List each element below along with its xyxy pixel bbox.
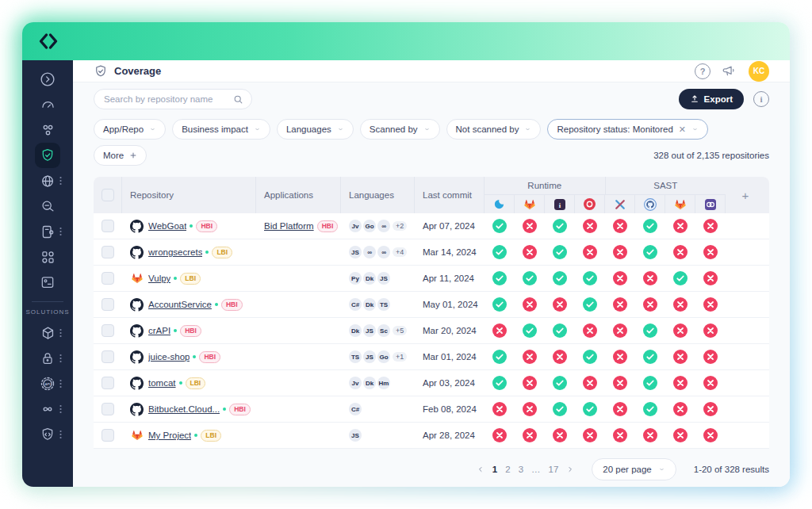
repository-link[interactable]: My Project (148, 431, 191, 440)
avatar[interactable]: KC (749, 61, 769, 82)
sidebar-item-internet-exposure[interactable] (32, 168, 63, 193)
repository-link[interactable]: tomcat (148, 378, 176, 388)
sidebar-item-sbom[interactable] (32, 320, 63, 346)
add-column-button[interactable]: + (726, 177, 765, 213)
page-number-17[interactable]: 17 (549, 465, 559, 474)
not-scanned-cross-icon (703, 428, 718, 442)
impact-badge: HBI (196, 220, 217, 232)
language-chip: JS (363, 350, 376, 363)
last-commit-date: Mar 14, 2024 (423, 247, 477, 257)
row-checkbox[interactable] (102, 350, 114, 363)
filter-pill-6[interactable]: Repository status: Monitored✕ (547, 119, 708, 140)
application-link[interactable]: Bid Platform (264, 221, 314, 231)
repository-link[interactable]: Bitbucket.Cloud... (148, 404, 220, 414)
magnifier-icon (40, 198, 56, 215)
chevron-down-icon (658, 467, 665, 472)
not-scanned-cross-icon (523, 402, 537, 416)
not-scanned-cross-icon (673, 323, 688, 338)
language-chip: Py (349, 272, 362, 285)
row-checkbox[interactable] (102, 246, 114, 258)
sidebar-item-console[interactable] (32, 270, 63, 295)
sidebar-item-cicd[interactable] (32, 396, 63, 422)
filter-pill-5[interactable]: Not scanned by (446, 119, 542, 140)
sidebar-expand-button[interactable] (32, 67, 63, 92)
row-checkbox[interactable] (102, 324, 114, 337)
sidebar-item-inspect[interactable] (32, 193, 63, 219)
more-filters-button[interactable]: More (94, 145, 147, 166)
language-chip: Go (377, 350, 390, 363)
sidebar-item-integrations[interactable] (32, 244, 63, 270)
components-icon (40, 249, 56, 266)
row-checkbox[interactable] (102, 220, 114, 232)
scanned-check-icon (492, 271, 507, 285)
not-scanned-cross-icon (703, 245, 718, 259)
scanned-check-icon (523, 323, 537, 338)
prev-page-button[interactable] (477, 465, 485, 473)
sidebar-item-inventory[interactable] (32, 117, 63, 143)
row-checkbox[interactable] (102, 429, 114, 442)
row-checkbox[interactable] (102, 377, 114, 389)
sidebar-item-dashboard[interactable] (32, 92, 63, 117)
sidebar-item-api-security[interactable]: API (32, 371, 63, 396)
impact-badge: LBI (201, 430, 221, 442)
next-page-button[interactable] (566, 465, 574, 473)
top-brand-bar (22, 22, 790, 60)
not-scanned-cross-icon (703, 402, 718, 416)
repository-link[interactable]: Vulpy (148, 274, 170, 283)
row-checkbox[interactable] (102, 403, 114, 415)
repository-link[interactable]: wrongsecrets (148, 247, 202, 257)
filter-pill-4[interactable]: Scanned by (360, 119, 440, 140)
github-icon (130, 403, 144, 416)
table-row: tomcatLBIJvDkHmApr 03, 2024 (94, 370, 769, 396)
sidebar-item-secrets[interactable] (32, 346, 63, 371)
repositories-summary: 328 out of 2,135 repositories (653, 151, 769, 160)
scanned-check-icon (583, 350, 597, 364)
row-checkbox[interactable] (102, 298, 114, 311)
info-icon[interactable]: i (753, 91, 769, 107)
not-scanned-cross-icon (613, 428, 627, 442)
chevron-down-icon (149, 127, 156, 132)
last-commit-date: Apr 11, 2024 (423, 274, 474, 283)
search-input[interactable] (102, 94, 228, 105)
language-chip: Sc (377, 324, 390, 337)
status-dot (193, 355, 196, 358)
row-checkbox[interactable] (102, 272, 114, 285)
not-scanned-cross-icon (583, 428, 597, 442)
not-scanned-cross-icon (613, 271, 627, 285)
impact-badge: LBI (180, 273, 201, 285)
select-all-checkbox[interactable] (102, 189, 114, 201)
sidebar-item-coverage[interactable] (35, 143, 60, 168)
not-scanned-cross-icon (613, 402, 627, 416)
clear-filter-icon[interactable]: ✕ (679, 124, 686, 135)
coverage-shield-icon (94, 64, 108, 78)
not-scanned-cross-icon (643, 271, 657, 285)
upload-icon (690, 94, 699, 104)
filter-label: Repository status: Monitored (557, 124, 672, 134)
filter-pill-3[interactable]: Languages (277, 119, 354, 140)
brand-logo-icon[interactable] (36, 29, 60, 53)
filter-pill-1[interactable]: App/Repo (94, 119, 166, 140)
not-scanned-cross-icon (492, 402, 507, 416)
repository-link[interactable]: WebGoat (148, 221, 186, 231)
menu-dots-icon (59, 328, 62, 338)
sidebar-item-appsec[interactable] (32, 422, 63, 447)
help-icon[interactable]: ? (695, 63, 710, 79)
sidebar-item-policies[interactable] (32, 219, 63, 244)
repository-link[interactable]: juice-shop (148, 352, 190, 362)
page-number-2[interactable]: 2 (505, 465, 510, 474)
repository-link[interactable]: AccountService (148, 300, 212, 309)
page-number-3[interactable]: 3 (519, 465, 523, 474)
impact-badge: HBI (221, 299, 243, 311)
page-number-1[interactable]: 1 (492, 465, 497, 474)
scanned-check-icon (583, 271, 597, 285)
export-button[interactable]: Export (679, 89, 744, 109)
not-scanned-cross-icon (703, 271, 718, 285)
repositories-table: Repository Applications Languages Last c… (94, 177, 769, 449)
filter-pill-2[interactable]: Business impact (172, 119, 270, 140)
repository-link[interactable]: crAPI (148, 326, 170, 335)
github-icon (130, 220, 144, 233)
not-scanned-cross-icon (492, 323, 507, 338)
scanned-check-icon (553, 376, 567, 390)
announcements-icon[interactable] (722, 63, 737, 79)
per-page-select[interactable]: 20 per page (592, 458, 676, 480)
